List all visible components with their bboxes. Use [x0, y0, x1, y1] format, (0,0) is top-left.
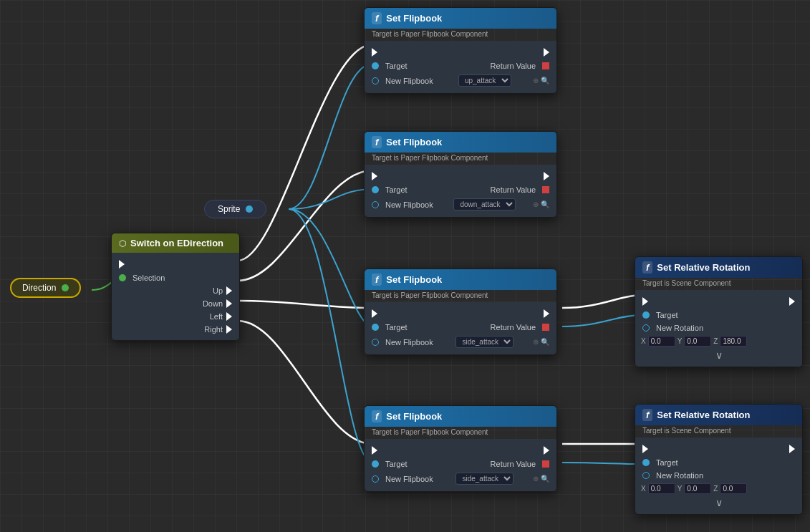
rot1-expand[interactable]: ∨: [635, 348, 802, 362]
fb2-header: f Set Flipbook: [365, 132, 556, 153]
rot1-z-label: Z: [713, 337, 718, 345]
direction-output-pin[interactable]: [62, 284, 69, 291]
switch-header: ⬡ Switch on EDirection: [112, 233, 239, 253]
rot1-target-pin[interactable]: [642, 311, 650, 319]
fb4-flipbook-select[interactable]: side_attack: [455, 473, 514, 485]
rot2-expand[interactable]: ∨: [635, 495, 802, 510]
flipbook-node-1: f Set Flipbook Target is Paper Flipbook …: [364, 7, 557, 94]
fb3-title: Set Flipbook: [386, 274, 442, 285]
switch-exec-in[interactable]: [119, 260, 125, 269]
fb1-return-pin[interactable]: [542, 62, 549, 69]
fb2-return-pin[interactable]: [542, 186, 549, 193]
rot2-exec-out[interactable]: [789, 445, 795, 453]
fb2-target-pin[interactable]: [372, 186, 379, 193]
fb4-flipbook-label: New Flipbook: [385, 475, 433, 483]
switch-selection-pin[interactable]: [119, 274, 126, 281]
direction-label: Direction: [22, 283, 56, 293]
rot1-target-row: Target: [635, 309, 802, 321]
fb3-zoom-icons: ⊕ 🔍: [533, 338, 549, 346]
fb3-flipbook-pin[interactable]: [372, 339, 379, 346]
fb2-target-row: Target Return Value: [365, 183, 556, 196]
rot1-z-input[interactable]: [720, 336, 747, 347]
fb1-exec-in[interactable]: [372, 48, 377, 57]
fb3-target-pin[interactable]: [372, 324, 379, 331]
rotation-node-2: f Set Relative Rotation Target is Scene …: [635, 404, 803, 515]
rot2-z-label: Z: [713, 485, 718, 493]
fb1-zoom-icons: ⊕ 🔍: [533, 77, 549, 84]
rot2-z-input[interactable]: [720, 483, 747, 494]
rot2-target-label: Target: [656, 458, 678, 467]
flipbook-node-2: f Set Flipbook Target is Paper Flipbook …: [364, 131, 557, 218]
switch-left-label: Left: [210, 312, 223, 321]
rot1-exec-out[interactable]: [789, 297, 795, 306]
fb1-exec-out[interactable]: [544, 48, 549, 57]
fb1-flipbook-select[interactable]: up_attack: [458, 74, 511, 87]
fb3-exec-out[interactable]: [544, 309, 549, 318]
fb3-subtitle: Target is Paper Flipbook Component: [365, 290, 556, 302]
rot1-x-input[interactable]: [648, 336, 675, 347]
rot1-func-icon: f: [642, 261, 652, 274]
rot2-exec-row: [635, 442, 802, 456]
fb1-flipbook-pin[interactable]: [372, 77, 379, 84]
rot2-exec-in[interactable]: [642, 445, 648, 453]
fb4-return-label: Return Value: [491, 460, 536, 468]
rotation-node-1: f Set Relative Rotation Target is Scene …: [635, 256, 803, 367]
fb1-target-label: Target: [385, 62, 408, 70]
fb2-exec-out[interactable]: [544, 172, 549, 180]
switch-down-label: Down: [203, 299, 223, 308]
switch-up-pin[interactable]: [226, 286, 232, 295]
rot2-target-pin[interactable]: [642, 459, 650, 466]
switch-left-row: Left: [112, 310, 239, 323]
rot2-x-input[interactable]: [648, 483, 675, 494]
rot1-y-label: Y: [678, 337, 683, 345]
sprite-output-pin[interactable]: [246, 205, 253, 213]
fb1-title: Set Flipbook: [386, 13, 442, 24]
fb4-return-pin[interactable]: [542, 460, 549, 468]
rot1-subtitle: Target is Scene Component: [635, 278, 802, 290]
fb3-return-pin[interactable]: [542, 324, 549, 331]
switch-up-label: Up: [213, 286, 223, 295]
rot1-exec-in[interactable]: [642, 297, 648, 306]
fb2-flipbook-select[interactable]: down_attack: [453, 198, 516, 211]
switch-exec-row: [112, 257, 239, 271]
fb3-body: Target Return Value New Flipbook side_at…: [365, 302, 556, 354]
direction-node: Direction: [10, 278, 81, 298]
fb4-flipbook-row: New Flipbook side_attack ⊕ 🔍: [365, 470, 556, 487]
fb3-flipbook-select[interactable]: side_attack: [455, 336, 514, 348]
flipbook-node-4: f Set Flipbook Target is Paper Flipbook …: [364, 405, 557, 492]
fb4-target-row: Target Return Value: [365, 458, 556, 470]
rot1-rotation-pin[interactable]: [642, 324, 650, 332]
fb3-exec-in[interactable]: [372, 309, 377, 318]
switch-right-pin[interactable]: [226, 325, 232, 334]
rot2-body: Target New Rotation X Y Z ∨: [635, 437, 802, 514]
switch-right-label: Right: [204, 325, 223, 334]
fb1-flipbook-label: New Flipbook: [385, 77, 433, 85]
rot2-rotation-label: New Rotation: [656, 471, 703, 480]
fb4-exec-out[interactable]: [544, 446, 549, 455]
switch-icon: ⬡: [119, 238, 126, 248]
fb2-exec-row: [365, 169, 556, 183]
fb1-target-pin[interactable]: [372, 62, 379, 69]
rot2-y-input[interactable]: [684, 483, 711, 494]
fb4-target-pin[interactable]: [372, 460, 379, 468]
fb4-exec-in[interactable]: [372, 446, 377, 455]
fb4-zoom-icons: ⊕ 🔍: [533, 475, 549, 483]
rot2-rotation-pin[interactable]: [642, 472, 650, 479]
rot1-xyz-row: X Y Z: [635, 334, 802, 348]
fb1-return-label: Return Value: [491, 62, 536, 70]
fb3-target-row: Target Return Value: [365, 321, 556, 334]
switch-title: Switch on EDirection: [130, 238, 223, 248]
fb2-exec-in[interactable]: [372, 172, 377, 180]
switch-down-pin[interactable]: [226, 299, 232, 308]
rot1-y-input[interactable]: [684, 336, 711, 347]
rot1-header: f Set Relative Rotation: [635, 257, 802, 278]
fb1-target-row: Target Return Value: [365, 59, 556, 72]
rot2-xyz-row: X Y Z: [635, 482, 802, 495]
switch-left-pin[interactable]: [226, 312, 232, 321]
fb3-return-label: Return Value: [491, 323, 536, 332]
fb4-flipbook-pin[interactable]: [372, 475, 379, 483]
fb4-exec-row: [365, 443, 556, 458]
switch-up-row: Up: [112, 284, 239, 297]
fb2-flipbook-pin[interactable]: [372, 201, 379, 208]
switch-selection-row: Selection: [112, 271, 239, 284]
